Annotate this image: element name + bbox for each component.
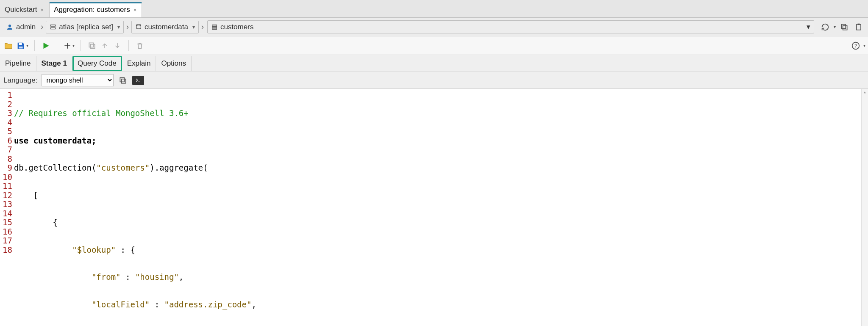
svg-rect-10 xyxy=(858,23,860,25)
database-icon xyxy=(135,24,142,30)
chevron-down-icon: ▾ xyxy=(807,22,810,31)
code-line: // Requires official MongoShell 3.6+ xyxy=(14,108,189,118)
language-label: Language: xyxy=(3,76,37,85)
breadcrumb-cluster-label: atlas [replica set] xyxy=(59,23,113,31)
copy-code-icon[interactable] xyxy=(118,75,128,86)
open-button[interactable] xyxy=(3,39,14,52)
aggregation-subtabs: Pipeline Stage 1 Query Code Explain Opti… xyxy=(0,55,868,72)
chevron-right-icon: › xyxy=(201,22,204,31)
code-line: use customerdata; xyxy=(14,136,96,145)
tab-explain[interactable]: Explain xyxy=(122,56,156,71)
add-button[interactable]: ▾ xyxy=(62,39,75,52)
copy-icon[interactable] xyxy=(838,21,850,33)
paste-icon[interactable] xyxy=(853,21,865,33)
svg-rect-18 xyxy=(120,77,125,82)
chevron-right-icon: › xyxy=(41,22,43,31)
toolbar: ▾ ▾ ? ▾ xyxy=(0,36,868,55)
code-line: db.getCollection( xyxy=(14,163,96,172)
chevron-down-icon: ▾ xyxy=(117,24,120,30)
chevron-down-icon: ▾ xyxy=(72,43,75,48)
delete-button[interactable] xyxy=(134,39,146,52)
collection-icon xyxy=(211,24,218,30)
code-editor[interactable]: 123456789101112131415161718 // Requires … xyxy=(0,89,868,326)
chevron-down-icon[interactable]: ▾ xyxy=(834,25,836,29)
svg-rect-14 xyxy=(89,43,93,47)
chevron-down-icon: ▾ xyxy=(192,24,195,30)
breadcrumb-collection-select[interactable]: customers ▾ xyxy=(207,20,814,33)
svg-rect-9 xyxy=(857,24,861,30)
editor-tabs: Quickstart × Aggregation: customers × xyxy=(0,0,868,18)
close-icon[interactable]: × xyxy=(134,7,137,13)
tab-quickstart[interactable]: Quickstart × xyxy=(0,2,49,17)
user-icon xyxy=(6,23,14,31)
cluster-icon xyxy=(50,24,56,30)
tab-query-code[interactable]: Query Code xyxy=(72,56,122,71)
run-button[interactable] xyxy=(40,39,52,52)
svg-rect-1 xyxy=(50,25,56,26)
scroll-up-icon[interactable]: ▴ xyxy=(862,89,868,96)
refresh-icon[interactable] xyxy=(819,21,831,33)
tab-label: Quickstart xyxy=(5,6,37,14)
help-button[interactable]: ? xyxy=(850,39,862,52)
connection-breadcrumb-bar: admin › atlas [replica set] ▾ › customer… xyxy=(0,18,868,36)
move-up-button[interactable] xyxy=(99,39,111,52)
chevron-down-icon: ▾ xyxy=(26,43,28,48)
move-down-button[interactable] xyxy=(111,39,123,52)
svg-rect-7 xyxy=(843,25,847,30)
language-select[interactable]: mongo shell xyxy=(42,74,114,86)
svg-rect-13 xyxy=(91,44,95,48)
tab-stage-1[interactable]: Stage 1 xyxy=(36,56,72,71)
breadcrumb-database-select[interactable]: customerdata ▾ xyxy=(131,21,199,33)
breadcrumb-database-label: customerdata xyxy=(145,23,188,31)
svg-point-3 xyxy=(136,24,141,26)
tab-label: Aggregation: customers xyxy=(54,6,130,14)
breadcrumb-cluster-select[interactable]: atlas [replica set] ▾ xyxy=(46,21,124,33)
tab-aggregation-customers[interactable]: Aggregation: customers × xyxy=(49,2,142,17)
tab-options[interactable]: Options xyxy=(156,56,192,71)
vertical-scrollbar[interactable]: ▴ xyxy=(861,89,868,326)
breadcrumb-user-label: admin xyxy=(16,23,36,31)
svg-rect-11 xyxy=(19,43,22,45)
code-line: { xyxy=(14,218,58,227)
code-line: [ xyxy=(14,191,38,200)
svg-rect-2 xyxy=(50,28,56,29)
language-bar: Language: mongo shell xyxy=(0,72,868,89)
svg-rect-8 xyxy=(841,24,846,28)
svg-rect-12 xyxy=(19,46,22,48)
code-body[interactable]: // Requires official MongoShell 3.6+ use… xyxy=(14,89,344,326)
save-button[interactable]: ▾ xyxy=(15,39,29,52)
tab-pipeline[interactable]: Pipeline xyxy=(0,56,36,71)
close-icon[interactable]: × xyxy=(41,7,44,13)
svg-rect-17 xyxy=(122,79,126,83)
svg-rect-4 xyxy=(212,25,217,26)
svg-rect-5 xyxy=(212,26,217,28)
svg-rect-6 xyxy=(212,28,217,29)
line-gutter: 123456789101112131415161718 xyxy=(0,89,14,326)
open-shell-icon[interactable] xyxy=(132,76,144,85)
svg-point-0 xyxy=(8,25,11,27)
breadcrumb-collection-label: customers xyxy=(220,23,253,31)
breadcrumb-user[interactable]: admin xyxy=(3,21,38,33)
duplicate-button[interactable] xyxy=(86,39,98,52)
chevron-right-icon: › xyxy=(126,22,129,31)
chevron-down-icon[interactable]: ▾ xyxy=(863,43,865,48)
svg-text:?: ? xyxy=(854,43,857,48)
